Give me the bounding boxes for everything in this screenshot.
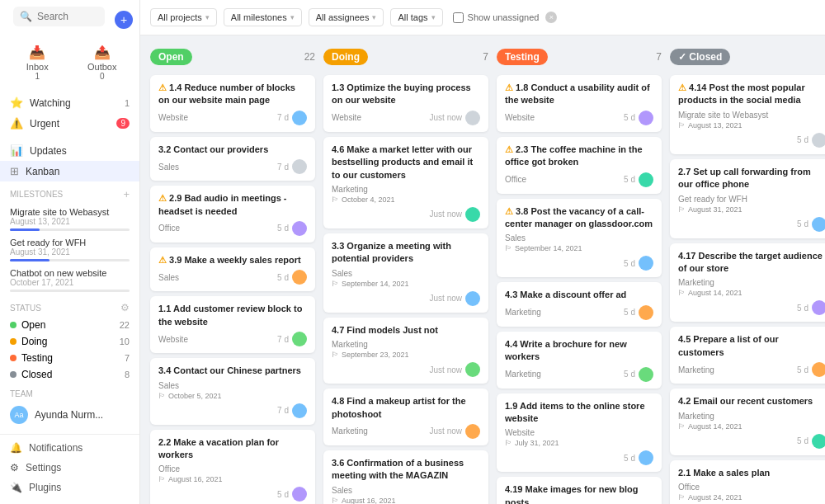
card-closed-2-7[interactable]: 2.7 Set up call forwarding from our offi… bbox=[670, 159, 825, 238]
column-closed: ✓ Closed ⚠ 4.14 Post the most popular pr… bbox=[670, 45, 825, 494]
column-open: Open 22 ⚠ 1.4 Reduce number of blocks on… bbox=[150, 45, 315, 494]
star-icon: ⭐ bbox=[10, 97, 23, 109]
sidebar-notifications[interactable]: 🔔 Notifications bbox=[0, 438, 139, 458]
card-doing-1-3[interactable]: 1.3 Optimize the buying process on our w… bbox=[323, 75, 488, 132]
card-test-1-9-right: 5 d bbox=[624, 450, 653, 465]
card-closed-4-14[interactable]: ⚠ 4.14 Post the most popular products in… bbox=[670, 75, 825, 154]
team-member-item[interactable]: Aa Ayunda Nurm... bbox=[0, 402, 139, 428]
card-1-4[interactable]: ⚠ 1.4 Reduce number of blocks on our web… bbox=[150, 75, 315, 132]
search-input[interactable] bbox=[37, 11, 98, 22]
card-test-2-3[interactable]: ⚠ 2.3 The coffee machine in the office g… bbox=[497, 137, 662, 194]
add-milestone-button[interactable]: + bbox=[123, 188, 130, 200]
card-test-3-8-tag: Sales bbox=[505, 233, 653, 243]
card-2-9-days: 5 d bbox=[277, 224, 289, 233]
sidebar-settings[interactable]: ⚙ Settings bbox=[0, 458, 139, 478]
card-closed-4-14-milestone: 🏳 August 13, 2021 bbox=[678, 121, 825, 130]
column-doing: Doing 7 1.3 Optimize the buying process … bbox=[323, 45, 488, 494]
card-1-4-right: 7 d bbox=[277, 111, 307, 125]
card-2-2-tag: Office bbox=[158, 464, 307, 473]
column-doing-count: 7 bbox=[483, 51, 488, 63]
inbox-icon: 📥 bbox=[29, 45, 45, 60]
kanban-board: Open 22 ⚠ 1.4 Reduce number of blocks on… bbox=[140, 35, 825, 504]
card-3-4[interactable]: 3.4 Contact our Chinese partners Sales 🏳… bbox=[150, 358, 315, 424]
card-3-9[interactable]: ⚠ 3.9 Make a weekly sales report Sales 5… bbox=[150, 247, 315, 291]
card-test-1-8-right: 5 d bbox=[624, 111, 653, 125]
card-test-4-3[interactable]: 4.3 Make a discount offer ad Marketing 5… bbox=[497, 282, 662, 326]
card-test-3-8[interactable]: ⚠ 3.8 Post the vacancy of a call-center … bbox=[497, 199, 662, 278]
show-unassigned-checkbox[interactable] bbox=[453, 12, 464, 23]
team-member-name: Ayunda Nurm... bbox=[35, 409, 103, 421]
sidebar-plugins[interactable]: 🔌 Plugins bbox=[0, 478, 139, 497]
card-closed-4-5[interactable]: 4.5 Prepare a list of our customers Mark… bbox=[670, 327, 825, 384]
outbox-icon: 📤 bbox=[94, 45, 111, 60]
card-2-9[interactable]: ⚠ 2.9 Bad audio in meetings - headset is… bbox=[150, 186, 315, 243]
card-closed-2-1-title: 2.1 Make a sales plan bbox=[678, 467, 825, 479]
sidebar-item-updates[interactable]: 📊 Updates bbox=[0, 140, 139, 161]
card-test-1-8[interactable]: ⚠ 1.8 Conduct a usability audit of the w… bbox=[497, 75, 662, 132]
sidebar-item-kanban[interactable]: ⊞ Kanban bbox=[0, 161, 139, 181]
filter-tags[interactable]: All tags ▾ bbox=[390, 8, 442, 26]
card-2-2-days: 5 d bbox=[277, 490, 289, 499]
card-3-2-days: 7 d bbox=[277, 163, 289, 172]
milestone-2-bar bbox=[10, 259, 50, 261]
milestone-2[interactable]: Get ready for WFH August 31, 2021 bbox=[0, 234, 139, 265]
milestone-1[interactable]: Migrate site to Webasyst August 13, 2021 bbox=[0, 204, 139, 234]
card-test-4-19-title: 4.19 Make images for new blog posts bbox=[505, 483, 653, 504]
card-closed-4-2[interactable]: 4.2 Email our recent customers Marketing… bbox=[670, 389, 825, 455]
card-3-2[interactable]: 3.2 Contact our providers Sales 7 d bbox=[150, 137, 315, 181]
sidebar: 🔍 + 📥 Inbox 1 📤 Outbox 0 ⭐ Watching 1 ⚠️… bbox=[0, 0, 140, 504]
card-3-2-right: 7 d bbox=[277, 159, 307, 174]
card-1-1-right: 7 d bbox=[277, 332, 307, 346]
sidebar-item-urgent[interactable]: ⚠️ Urgent 9 bbox=[0, 113, 139, 134]
card-test-4-4[interactable]: 4.4 Write a brochure for new workers Mar… bbox=[497, 332, 662, 389]
card-doing-3-6[interactable]: 3.6 Confirmation of a business meeting w… bbox=[323, 450, 488, 504]
status-testing[interactable]: Testing 7 bbox=[0, 350, 139, 366]
search-bar[interactable]: 🔍 bbox=[13, 7, 105, 26]
sidebar-item-watching[interactable]: ⭐ Watching 1 bbox=[0, 92, 139, 113]
card-3-4-tag: Sales bbox=[158, 381, 307, 390]
card-3-2-title: 3.2 Contact our providers bbox=[158, 144, 307, 156]
card-3-2-meta: Sales 7 d bbox=[158, 159, 307, 174]
inbox-count: 1 bbox=[35, 72, 40, 81]
outbox-item[interactable]: 📤 Outbox 0 bbox=[72, 40, 134, 86]
card-closed-4-17-milestone: 🏳 August 14, 2021 bbox=[678, 289, 825, 297]
card-3-9-title: ⚠ 3.9 Make a weekly sales report bbox=[158, 254, 307, 266]
card-doing-4-6[interactable]: 4.6 Make a market letter with our bestse… bbox=[323, 137, 488, 228]
card-closed-4-14-right: 5 d bbox=[797, 133, 825, 148]
status-open[interactable]: Open 22 bbox=[0, 317, 139, 333]
inbox-item[interactable]: 📥 Inbox 1 bbox=[7, 40, 68, 86]
column-closed-header: ✓ Closed bbox=[670, 45, 825, 68]
card-1-1[interactable]: 1.1 Add customer review block to the web… bbox=[150, 296, 315, 353]
card-test-4-3-tag: Marketing bbox=[505, 308, 541, 317]
settings-icon: ⚙ bbox=[10, 462, 19, 473]
card-doing-4-8[interactable]: 4.8 Find a makeup artist for the photosh… bbox=[323, 389, 488, 445]
add-button[interactable]: + bbox=[115, 11, 133, 29]
filter-milestones[interactable]: All milestones ▾ bbox=[224, 8, 302, 26]
card-test-3-8-milestone: 🏳 September 14, 2021 bbox=[505, 244, 653, 252]
filter-projects[interactable]: All projects ▾ bbox=[150, 8, 217, 26]
open-count: 22 bbox=[120, 320, 130, 330]
status-settings-icon[interactable]: ⚙ bbox=[120, 302, 130, 313]
column-closed-badge: ✓ Closed bbox=[670, 49, 730, 65]
card-test-1-8-tag: Website bbox=[505, 113, 535, 122]
show-unassigned-toggle[interactable]: Show unassigned bbox=[453, 12, 540, 23]
card-test-2-3-days: 5 d bbox=[624, 175, 635, 184]
card-doing-4-7[interactable]: 4.7 Find models Just not Marketing 🏳 Sep… bbox=[323, 318, 488, 384]
filter-assignees[interactable]: All assignees ▾ bbox=[309, 8, 384, 26]
card-closed-4-17[interactable]: 4.17 Describe the target audience of our… bbox=[670, 243, 825, 323]
card-2-2[interactable]: 2.2 Make a vacation plan for workers Off… bbox=[150, 430, 315, 504]
clear-filters-button[interactable]: × bbox=[545, 12, 557, 23]
card-test-1-9[interactable]: 1.9 Add items to the online store websit… bbox=[497, 393, 662, 473]
status-doing[interactable]: Doing 10 bbox=[0, 333, 139, 350]
card-test-4-19[interactable]: 4.19 Make images for new blog posts Migr… bbox=[497, 477, 662, 504]
card-closed-4-2-tag: Marketing bbox=[678, 412, 825, 421]
updates-label: Updates bbox=[30, 145, 67, 157]
card-closed-4-14-title: ⚠ 4.14 Post the most popular products in… bbox=[678, 82, 825, 107]
card-doing-3-3[interactable]: 3.3 Organize a meeting with potential pr… bbox=[323, 233, 488, 313]
card-closed-2-1[interactable]: 2.1 Make a sales plan Office 🏳 August 24… bbox=[670, 460, 825, 504]
card-test-4-3-days: 5 d bbox=[624, 308, 635, 317]
card-closed-4-5-title: 4.5 Prepare a list of our customers bbox=[678, 333, 825, 359]
status-closed[interactable]: Closed 8 bbox=[0, 366, 139, 383]
milestone-3[interactable]: Chatbot on new website October 17, 2021 bbox=[0, 265, 139, 295]
column-testing-header: Testing 7 bbox=[497, 45, 662, 68]
